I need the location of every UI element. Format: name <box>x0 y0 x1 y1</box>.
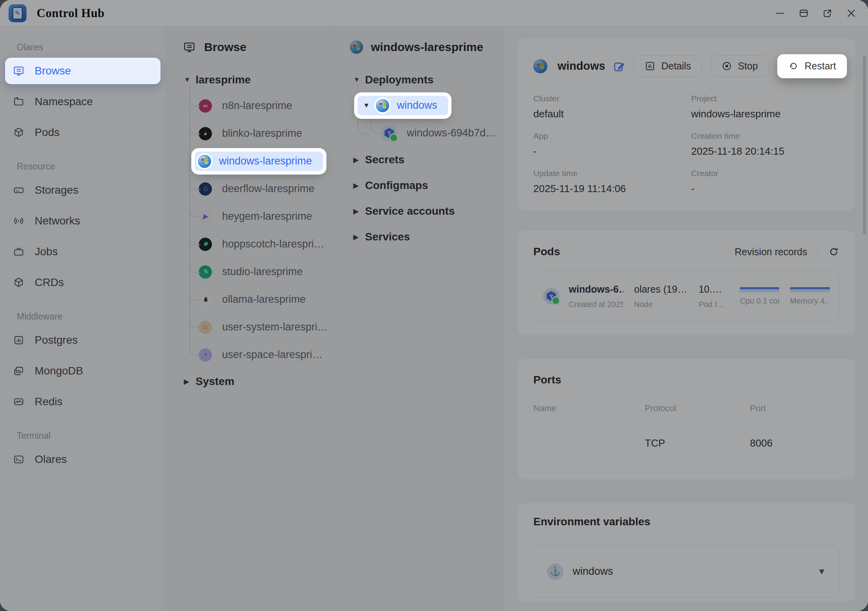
edit-icon[interactable] <box>613 60 625 72</box>
tree-node-system[interactable]: ▶ System <box>166 370 334 393</box>
sidebar-item-label: MongoDB <box>35 365 83 377</box>
port-number-cell: 8006 <box>750 437 840 449</box>
browse-panel: Browse ▼ laresprime ∞ n8n-laresprime ◕ b… <box>166 26 334 611</box>
pod-memory-col: Memory 4.… <box>790 287 830 306</box>
mongodb-icon <box>13 365 25 377</box>
scrollbar-thumb[interactable] <box>863 55 866 235</box>
sidebar-item-storages[interactable]: Storages <box>5 177 161 203</box>
pod-node: olares (19… <box>634 284 688 295</box>
app-logo-icon: ✎ <box>9 4 26 22</box>
browse-icon <box>13 65 25 77</box>
env-container-dropdown[interactable]: ⚓ windows ▼ <box>533 545 840 598</box>
sidebar-item-namespace[interactable]: Namespace <box>5 88 161 115</box>
env-container-name: windows <box>573 565 613 577</box>
sidebar-section-terminal: Terminal <box>17 431 151 440</box>
jobs-briefcase-icon <box>13 246 25 258</box>
pods-cube-icon <box>13 127 25 138</box>
browse-panel-header: Browse <box>183 39 334 55</box>
browse-panel-title: Browse <box>204 41 246 54</box>
resource-panel-title: windows-laresprime <box>371 41 483 54</box>
sidebar-item-networks[interactable]: Networks <box>5 208 161 234</box>
pod-ip-col: 10.… Pod I… <box>699 284 729 309</box>
storages-icon <box>13 184 25 196</box>
revision-records-link[interactable]: Revision records <box>735 246 807 258</box>
close-icon[interactable] <box>846 8 856 18</box>
sidebar-item-label: Jobs <box>35 245 58 258</box>
deployments-children: ▼ windows Y windows-694b7d… <box>334 92 503 147</box>
restore-icon[interactable] <box>799 8 809 18</box>
tree-node-service-accounts[interactable]: ▶ Service accounts <box>334 198 503 224</box>
field-project: Project windows-laresprime <box>691 94 840 120</box>
deerflow-icon: ♘ <box>199 182 212 196</box>
details-button[interactable]: Details <box>634 55 702 77</box>
memory-usage-bar <box>790 287 830 293</box>
stop-button[interactable]: Stop <box>711 55 769 77</box>
sidebar-item-label: Storages <box>35 184 78 196</box>
restart-icon <box>788 61 799 71</box>
sidebar-item-mongodb[interactable]: MongoDB <box>5 358 161 384</box>
memory-label: Memory 4.… <box>790 297 830 306</box>
divider <box>533 472 840 473</box>
pod-cube-icon: Y <box>543 288 559 304</box>
pod-row[interactable]: Y windows-6… Created at 2025-1… olares (… <box>533 271 840 321</box>
deployment-name: windows <box>557 60 605 72</box>
field-update-time: Update time 2025-11-19 11:14:06 <box>533 169 691 195</box>
user-space-icon: ◔ <box>199 348 212 362</box>
chevron-down-icon: ▼ <box>817 567 826 577</box>
chevron-right-icon[interactable]: ▶ <box>353 182 365 190</box>
studio-icon: ✎ <box>199 265 212 279</box>
tree-item-user-space[interactable]: ◔ user-space-larespri… <box>166 341 334 369</box>
tree-node-secrets[interactable]: ▶ Secrets <box>334 147 503 173</box>
tree-node-services[interactable]: ▶ Services <box>334 224 503 250</box>
window-controls <box>775 8 856 18</box>
terminal-icon <box>13 454 25 465</box>
postgres-icon <box>13 334 25 346</box>
open-external-icon[interactable] <box>822 8 833 18</box>
pod-ip: 10.… <box>699 284 729 295</box>
chevron-right-icon[interactable]: ▶ <box>353 156 365 164</box>
pod-cube-icon: Y <box>381 125 397 141</box>
ports-table-header: Name Protocol Port <box>533 403 840 413</box>
pod-created: Created at 2025-1… <box>569 300 623 309</box>
tree-node-configmaps[interactable]: ▶ Configmaps <box>334 173 503 198</box>
field-app: App - <box>533 131 691 157</box>
field-cluster: Cluster default <box>533 94 691 120</box>
docker-icon: ⚓ <box>547 563 563 580</box>
sidebar-item-browse[interactable]: Browse <box>5 58 161 84</box>
env-title: Environment variables <box>533 516 650 528</box>
deployment-summary-card: windows Details Stop <box>518 39 855 210</box>
tree-item-windows-pod[interactable]: Y windows-694b7d… <box>334 119 503 147</box>
minimize-icon[interactable] <box>775 8 785 18</box>
windows-icon <box>350 41 363 54</box>
column-header-name: Name <box>533 403 645 413</box>
selected-app-pill[interactable]: windows-laresprime <box>195 152 323 171</box>
chevron-down-icon[interactable]: ▼ <box>184 76 196 84</box>
sidebar-item-jobs[interactable]: Jobs <box>5 238 161 265</box>
sidebar-section-resource: Resource <box>17 161 151 171</box>
chevron-right-icon[interactable]: ▶ <box>353 233 365 241</box>
sidebar-item-crds[interactable]: CRDs <box>5 269 161 296</box>
selected-deployment-pill[interactable]: ▼ windows <box>358 96 448 115</box>
sidebar-item-olares-terminal[interactable]: Olares <box>5 446 161 473</box>
sidebar-item-redis[interactable]: Redis <box>5 388 161 415</box>
browse-header-icon <box>183 41 196 53</box>
n8n-icon: ∞ <box>199 99 212 113</box>
port-protocol-cell: TCP <box>645 437 750 449</box>
heygem-icon: ▶ <box>199 210 212 223</box>
chevron-right-icon[interactable]: ▶ <box>184 378 196 386</box>
details-chart-icon <box>645 61 655 71</box>
chevron-down-icon[interactable]: ▼ <box>363 102 370 109</box>
field-creator: Creator - <box>691 169 840 195</box>
restart-button[interactable]: Restart <box>777 54 847 78</box>
pods-card: Pods Revision records Y windows-6… Creat… <box>518 231 855 335</box>
sidebar-section-olares: Olares <box>17 42 151 51</box>
app-title: Control Hub <box>37 6 105 20</box>
sidebar-item-pods[interactable]: Pods <box>5 119 161 146</box>
sidebar-item-label: Pods <box>35 126 60 139</box>
control-hub-window: ✎ Control Hub Olares Browse <box>0 0 868 611</box>
chevron-right-icon[interactable]: ▶ <box>353 207 365 215</box>
refresh-icon[interactable] <box>828 246 840 258</box>
ports-title: Ports <box>533 374 561 386</box>
sidebar-item-postgres[interactable]: Postgres <box>5 327 161 353</box>
chevron-down-icon[interactable]: ▼ <box>353 76 365 84</box>
